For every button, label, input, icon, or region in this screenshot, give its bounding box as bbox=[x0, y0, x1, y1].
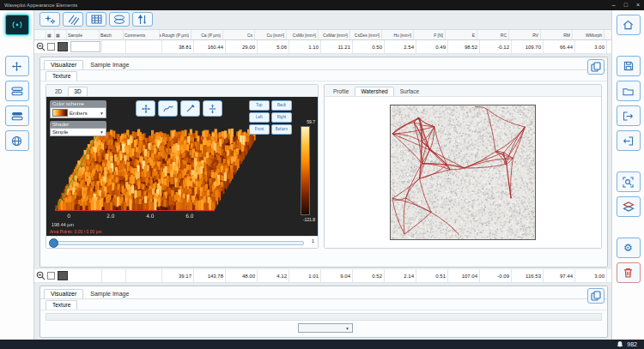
slider-handle[interactable] bbox=[49, 238, 58, 248]
header-batch[interactable]: Batch bbox=[100, 30, 124, 39]
depth-slider[interactable]: 1 bbox=[46, 236, 318, 248]
metric-header[interactable]: RM bbox=[541, 30, 573, 39]
settings-icon[interactable]: ⚙ bbox=[617, 238, 641, 258]
tab-sample-image[interactable]: Sample Image bbox=[83, 289, 136, 298]
tab-watershed[interactable]: Watershed bbox=[355, 87, 393, 96]
view-orientation-button[interactable]: Right bbox=[271, 112, 292, 123]
zoom-out-icon[interactable] bbox=[34, 271, 46, 280]
row-checkbox[interactable] bbox=[47, 43, 55, 51]
metric-header[interactable]: RV bbox=[509, 30, 541, 39]
save-icon[interactable] bbox=[617, 56, 641, 76]
slider-track[interactable] bbox=[57, 241, 304, 245]
view-orientation-button[interactable]: Back bbox=[271, 100, 292, 111]
metric-header[interactable]: Cu [mm²] bbox=[255, 30, 287, 39]
tab-2d[interactable]: 2D bbox=[49, 87, 68, 96]
header-sample[interactable]: Sample bbox=[67, 30, 100, 39]
batch-cell[interactable] bbox=[102, 40, 126, 53]
metric-header[interactable]: WMorph bbox=[573, 30, 605, 39]
folder-icon[interactable] bbox=[617, 81, 641, 101]
metric-header[interactable]: Sa Rough (P µm) bbox=[160, 30, 191, 39]
header-comments[interactable]: Comments bbox=[124, 30, 160, 39]
view-orientation-button[interactable]: Front bbox=[249, 124, 270, 135]
view-orientation-button[interactable]: Top bbox=[249, 100, 270, 111]
tab-surface[interactable]: Surface bbox=[394, 87, 425, 96]
tab-texture[interactable]: Texture bbox=[46, 300, 77, 310]
metric-header[interactable]: CsMar [mm²] bbox=[319, 30, 350, 39]
surface-3d-view[interactable]: Color scheme Embers ▼ Shader Simple ▼ bbox=[46, 97, 318, 236]
globe-icon[interactable] bbox=[5, 130, 29, 151]
color-scheme-select[interactable]: Embers ▼ bbox=[50, 107, 106, 118]
view-orientation-button[interactable]: Left bbox=[249, 112, 270, 123]
metric-value: 11.21 bbox=[321, 40, 353, 53]
collapsed-dropdown[interactable]: ▼ bbox=[298, 323, 353, 333]
left-sidebar bbox=[0, 10, 34, 340]
view-orientation-button[interactable]: Bottom bbox=[271, 124, 292, 135]
batch-cell[interactable] bbox=[102, 269, 126, 282]
tab-texture[interactable]: Texture bbox=[46, 71, 77, 81]
metric-header[interactable]: F [N] bbox=[414, 30, 446, 39]
header-spacer bbox=[34, 30, 46, 39]
zoom-out-icon[interactable] bbox=[34, 42, 46, 51]
pan-move-icon[interactable] bbox=[136, 100, 155, 117]
metric-header[interactable]: E bbox=[446, 30, 477, 39]
metric-header[interactable]: RC bbox=[477, 30, 509, 39]
export-right-icon[interactable] bbox=[617, 105, 641, 126]
metric-value: 29.00 bbox=[226, 40, 258, 53]
move-icon[interactable] bbox=[5, 56, 29, 76]
close-button[interactable]: × bbox=[636, 0, 640, 10]
sparkles-icon[interactable] bbox=[39, 12, 60, 27]
metric-header[interactable]: Hu [mm²] bbox=[382, 30, 414, 39]
trash-icon[interactable] bbox=[617, 262, 641, 283]
tab-sample-image[interactable]: Sample Image bbox=[83, 60, 136, 69]
sample-cell[interactable] bbox=[70, 40, 102, 53]
copy-icon[interactable] bbox=[587, 288, 605, 304]
metric-header[interactable]: CsDes [mm²] bbox=[350, 30, 382, 39]
metric-header[interactable]: CsMo [mm²] bbox=[287, 30, 319, 39]
list-bars-icon[interactable] bbox=[5, 105, 29, 126]
metric-value: 38.81 bbox=[162, 40, 194, 53]
watershed-image[interactable] bbox=[391, 105, 535, 239]
table-row-2[interactable]: 39.17143.7848.004.121.019.040.522.140.51… bbox=[34, 269, 611, 283]
metric-value: 143.78 bbox=[194, 269, 226, 282]
colorbar: 59.7 -121.8 bbox=[296, 119, 315, 222]
shader-select[interactable]: Simple ▼ bbox=[50, 128, 106, 136]
hatch-lines-icon[interactable] bbox=[63, 12, 83, 27]
comments-cell[interactable] bbox=[126, 40, 162, 53]
metric-value: 66.44 bbox=[544, 40, 575, 53]
layer-stack-icon[interactable] bbox=[617, 196, 641, 217]
home-icon[interactable] bbox=[617, 15, 641, 35]
metric-header[interactable]: Ca (P µm) bbox=[191, 30, 223, 39]
row-checkbox[interactable] bbox=[47, 272, 55, 280]
copy-icon[interactable] bbox=[587, 59, 605, 75]
minimize-button[interactable]: – bbox=[612, 0, 616, 10]
metric-value: 0.52 bbox=[353, 269, 385, 282]
tab-profile[interactable]: Profile bbox=[327, 87, 355, 96]
export-left-icon[interactable] bbox=[617, 130, 641, 151]
ellipses-icon[interactable] bbox=[109, 12, 130, 27]
profile-curve-icon[interactable] bbox=[158, 100, 178, 117]
tab-3d[interactable]: 3D bbox=[68, 87, 87, 96]
metric-header[interactable]: Cs bbox=[223, 30, 255, 39]
signal-icon[interactable] bbox=[5, 15, 29, 35]
tab-visualizer[interactable]: Visualizer bbox=[44, 289, 83, 298]
transfer-arrows-icon[interactable] bbox=[132, 12, 153, 27]
metric-value: 5.06 bbox=[258, 40, 289, 53]
grid-table-icon[interactable] bbox=[86, 12, 106, 27]
table-row-1[interactable]: 38.81160.4429.005.061.1011.210.502.540.4… bbox=[34, 40, 611, 54]
bell-icon[interactable] bbox=[617, 340, 623, 348]
sample-cell[interactable] bbox=[70, 269, 102, 282]
metric-value: 116.53 bbox=[512, 269, 544, 282]
tab-visualizer[interactable]: Visualizer bbox=[44, 60, 83, 69]
table-header: ▦ ▦ Sample Batch Comments Sa Rough (P µm… bbox=[34, 29, 611, 40]
color-scheme-value: Embers bbox=[70, 111, 88, 116]
row-color-swatch[interactable] bbox=[58, 42, 68, 51]
measure-pen-icon[interactable] bbox=[180, 100, 200, 117]
sample-input[interactable] bbox=[70, 41, 100, 52]
comments-cell[interactable] bbox=[126, 269, 162, 282]
row-color-swatch[interactable] bbox=[58, 271, 68, 280]
layer-bars-icon[interactable] bbox=[5, 81, 29, 101]
zoom-fit-icon[interactable] bbox=[617, 171, 641, 192]
slider-max-label: 1 bbox=[312, 238, 314, 244]
maximize-button[interactable]: □ bbox=[624, 0, 628, 10]
fit-vertical-icon[interactable] bbox=[203, 100, 222, 117]
